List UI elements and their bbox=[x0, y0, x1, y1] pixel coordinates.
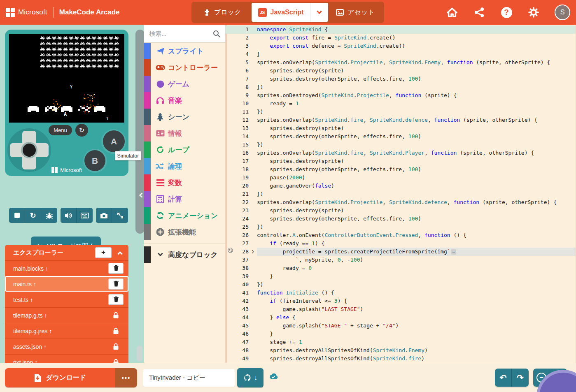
code-text[interactable]: sprites.onOverlap(SpriteKind.fire, Sprit… bbox=[257, 116, 576, 124]
code-text[interactable]: controller.A.onEvent(ControllerButtonEve… bbox=[257, 231, 576, 239]
game-screen[interactable]: YAY bbox=[9, 34, 124, 123]
settings-button[interactable] bbox=[527, 6, 540, 19]
delete-file-button[interactable] bbox=[108, 263, 124, 274]
code-text[interactable]: sprites.destroy(sprite) bbox=[257, 206, 576, 215]
restart-button[interactable]: ↻ bbox=[25, 208, 41, 223]
download-button[interactable]: ダウンロード bbox=[5, 368, 115, 387]
code-text[interactable]: function Initialize () { bbox=[257, 289, 576, 297]
code-text[interactable]: if (ready == 1) { bbox=[257, 239, 576, 248]
toolbox-category-loop[interactable]: ループ bbox=[144, 141, 225, 158]
sprite-editor-glyph-icon[interactable] bbox=[226, 248, 235, 256]
code-text[interactable]: }) bbox=[257, 141, 576, 149]
code-editor[interactable]: 1namespace SpriteKind {2 export const fi… bbox=[226, 25, 576, 363]
code-text[interactable]: sprites.destroy(otherSprite, effects.fir… bbox=[257, 165, 576, 174]
code-text[interactable]: }) bbox=[257, 83, 576, 91]
code-text[interactable]: }) bbox=[257, 281, 576, 289]
code-text[interactable]: ready = 1 bbox=[257, 100, 576, 108]
code-text[interactable]: sprites.destroyAllSpritesOfKind(SpriteKi… bbox=[257, 346, 576, 355]
code-text[interactable]: sprites.destroyAllSpritesOfKind(SpriteKi… bbox=[257, 355, 576, 363]
file-row-tilemap-g-ts[interactable]: tilemap.g.ts ↑ bbox=[5, 307, 128, 323]
a-button[interactable]: A bbox=[103, 130, 125, 152]
code-text[interactable]: sprites.onOverlap(SpriteKind.Projectile,… bbox=[257, 198, 576, 206]
project-name-input[interactable] bbox=[143, 369, 235, 387]
javascript-dropdown-button[interactable] bbox=[310, 3, 328, 22]
code-text[interactable]: sprites.destroy(sprite) bbox=[257, 157, 576, 165]
code-text[interactable]: game.splash("LAST STAGE") bbox=[257, 305, 576, 313]
fold-expand-button[interactable]: ❯ bbox=[249, 248, 257, 256]
sim-menu-button[interactable]: Menu bbox=[49, 125, 72, 135]
file-row-pxt-json[interactable]: pxt.json ↑ bbox=[5, 354, 128, 363]
share-button[interactable] bbox=[473, 6, 485, 19]
code-text[interactable]: }) bbox=[257, 190, 576, 198]
code-text[interactable]: projectile = sprites.createProjectileFro… bbox=[257, 248, 576, 256]
simulator-collapse-handle[interactable] bbox=[135, 30, 144, 234]
code-text[interactable]: sprites.onDestroyed(SpriteKind.Projectil… bbox=[257, 91, 576, 100]
panel-scrollbar[interactable] bbox=[137, 346, 142, 361]
code-text[interactable]: sprites.destroy(sprite) bbox=[257, 124, 576, 132]
toolbox-category-calculator[interactable]: 計算 bbox=[144, 191, 225, 207]
add-file-button[interactable]: + bbox=[95, 247, 112, 258]
undo-button[interactable]: ↶ bbox=[495, 369, 512, 387]
collapse-explorer-button[interactable] bbox=[117, 247, 124, 258]
toolbox-category-shuffle[interactable]: 論理 bbox=[144, 158, 225, 174]
search-input[interactable] bbox=[149, 30, 210, 37]
code-text[interactable]: export const defence = SpriteKind.create… bbox=[257, 42, 576, 50]
file-row-main-blocks[interactable]: main.blocks ↑ bbox=[5, 260, 128, 276]
toolbox-category-paper-plane[interactable]: スプライト bbox=[144, 43, 225, 59]
code-text[interactable]: sprites.onOverlap(SpriteKind.Projectile,… bbox=[257, 58, 576, 67]
code-text[interactable]: } bbox=[257, 330, 576, 338]
toolbox-category-id-card[interactable]: 情報 bbox=[144, 125, 225, 141]
code-text[interactable]: pause(2000) bbox=[257, 174, 576, 182]
code-text[interactable]: }) bbox=[257, 108, 576, 116]
github-button[interactable]: ↓ bbox=[237, 368, 264, 387]
sim-reset-button[interactable]: ↻ bbox=[75, 124, 88, 137]
code-text[interactable]: ready = 0 bbox=[257, 264, 576, 272]
toolbox-category-refresh[interactable]: アニメーション bbox=[144, 207, 225, 224]
download-options-button[interactable]: ••• bbox=[115, 368, 137, 387]
debug-button[interactable] bbox=[41, 208, 57, 223]
code-text[interactable]: sprites.destroy(otherSprite, effects.fir… bbox=[257, 215, 576, 223]
code-text[interactable]: sprites.destroy(sprite) bbox=[257, 67, 576, 75]
file-row-tilemap-g-jres[interactable]: tilemap.g.jres ↑ bbox=[5, 323, 128, 339]
code-text[interactable]: sprites.onOverlap(SpriteKind.fire, Sprit… bbox=[257, 149, 576, 157]
keyboard-button[interactable] bbox=[77, 208, 93, 223]
file-row-main-ts[interactable]: main.ts ↑ bbox=[5, 276, 128, 292]
stop-button[interactable] bbox=[9, 208, 25, 223]
toolbox-category-headphones[interactable]: 音楽 bbox=[144, 92, 225, 109]
folded-region-ellipsis[interactable]: ⋯ bbox=[451, 249, 457, 255]
toolbox-category-plus-circle[interactable]: 拡張機能 bbox=[144, 224, 225, 240]
toolbox-category-tree[interactable]: シーン bbox=[144, 109, 225, 125]
code-text[interactable]: } else { bbox=[257, 313, 576, 322]
file-row-assets-json[interactable]: assets.json ↑ bbox=[5, 339, 128, 354]
code-text[interactable]: game.splash("STAGE " + stage + "/4") bbox=[257, 322, 576, 330]
explorer-header[interactable]: エクスプローラー + bbox=[5, 245, 128, 260]
toolbox-category-circle[interactable]: ゲーム bbox=[144, 76, 225, 92]
screenshot-button[interactable] bbox=[96, 208, 112, 223]
mute-button[interactable] bbox=[61, 208, 77, 223]
delete-file-button[interactable] bbox=[108, 294, 124, 305]
delete-file-button[interactable] bbox=[108, 278, 124, 290]
file-row-test-ts[interactable]: test.ts ↑ bbox=[5, 292, 128, 307]
code-text[interactable]: game.gameOver(false) bbox=[257, 182, 576, 190]
code-text[interactable]: } bbox=[257, 272, 576, 281]
code-text[interactable]: stage += 1 bbox=[257, 338, 576, 346]
code-text[interactable]: `, mySprite, 0, -100) bbox=[257, 256, 576, 264]
tab-javascript[interactable]: JS JavaScript bbox=[252, 3, 310, 22]
toolbox-search[interactable] bbox=[144, 25, 225, 43]
dpad[interactable] bbox=[7, 128, 51, 172]
redo-button[interactable]: ↷ bbox=[512, 369, 529, 387]
advanced-blocks-toggle[interactable]: 高度なブロック bbox=[144, 246, 225, 263]
fullscreen-button[interactable] bbox=[112, 208, 128, 223]
tab-assets[interactable]: アセット bbox=[328, 3, 382, 22]
cloud-save-status[interactable] bbox=[268, 372, 279, 382]
code-text[interactable]: export const fire = SpriteKind.create() bbox=[257, 34, 576, 42]
toolbox-category-bars[interactable]: 変数 bbox=[144, 174, 225, 191]
help-button[interactable]: ? bbox=[500, 6, 513, 19]
code-text[interactable]: sprites.destroy(otherSprite, effects.fir… bbox=[257, 75, 576, 83]
code-text[interactable]: namespace SpriteKind { bbox=[257, 26, 576, 34]
toolbox-category-gamepad[interactable]: コントローラー bbox=[144, 59, 225, 76]
code-text[interactable]: if (fireInterval <= 3) { bbox=[257, 297, 576, 305]
code-text[interactable]: sprites.destroy(otherSprite, effects.fir… bbox=[257, 132, 576, 141]
code-text[interactable]: } bbox=[257, 50, 576, 58]
user-avatar[interactable]: S bbox=[555, 5, 570, 20]
